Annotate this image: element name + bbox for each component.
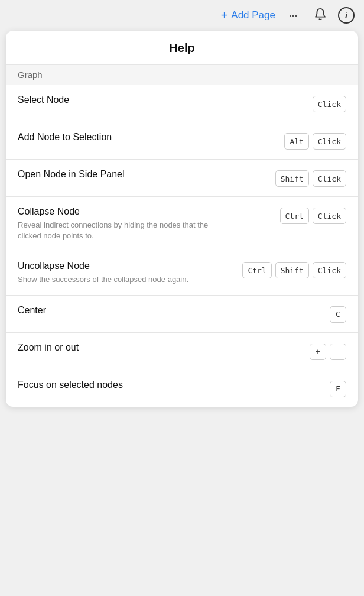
shortcut-label: Open Node in Side Panel bbox=[18, 169, 268, 180]
panel-title: Help bbox=[18, 41, 346, 55]
shortcut-keys: Ctrl Click bbox=[280, 206, 346, 224]
info-button[interactable]: i bbox=[338, 7, 355, 24]
shortcut-label: Center bbox=[18, 305, 323, 316]
top-bar: + Add Page ··· i bbox=[0, 0, 364, 31]
key-click: Click bbox=[313, 208, 346, 224]
panel-header: Help bbox=[6, 31, 358, 65]
bell-button[interactable] bbox=[311, 6, 330, 25]
shortcut-label: Add Node to Selection bbox=[18, 132, 277, 142]
section-header-graph: Graph bbox=[6, 65, 358, 85]
info-icon: i bbox=[345, 11, 347, 20]
shortcut-name: Select Node bbox=[18, 95, 306, 105]
key-c: C bbox=[330, 306, 346, 323]
key-ctrl: Ctrl bbox=[242, 262, 271, 278]
shortcut-label: Select Node bbox=[18, 95, 306, 105]
shortcut-name: Collapse Node bbox=[18, 206, 273, 217]
shortcut-name: Uncollapse Node bbox=[18, 261, 235, 271]
shortcut-row-zoom: Zoom in or out + - bbox=[6, 333, 358, 370]
key-minus: - bbox=[330, 344, 346, 360]
shortcut-keys: + - bbox=[310, 342, 346, 360]
shortcut-keys: F bbox=[330, 380, 346, 397]
shortcut-row-focus: Focus on selected nodes F bbox=[6, 370, 358, 407]
shortcut-name: Add Node to Selection bbox=[18, 132, 277, 142]
shortcut-description: Reveal indirect connections by hiding th… bbox=[18, 220, 219, 241]
key-plus: + bbox=[310, 344, 326, 360]
shortcut-keys: C bbox=[330, 305, 346, 323]
key-shift: Shift bbox=[275, 262, 309, 278]
shortcut-label: Uncollapse Node Show the successors of t… bbox=[18, 261, 235, 285]
shortcut-row-center: Center C bbox=[6, 296, 358, 333]
key-shift: Shift bbox=[275, 170, 309, 187]
key-click: Click bbox=[313, 262, 346, 278]
shortcut-row-select-node: Select Node Click bbox=[6, 85, 358, 122]
shortcut-label: Zoom in or out bbox=[18, 342, 303, 353]
key-f: F bbox=[330, 381, 346, 397]
key-alt: Alt bbox=[284, 133, 308, 150]
shortcut-row-add-node: Add Node to Selection Alt Click bbox=[6, 122, 358, 160]
plus-icon: + bbox=[221, 9, 228, 22]
shortcut-label: Collapse Node Reveal indirect connection… bbox=[18, 206, 273, 241]
add-page-label: Add Page bbox=[231, 9, 275, 21]
key-click: Click bbox=[313, 96, 346, 112]
shortcut-keys: Alt Click bbox=[284, 132, 346, 150]
key-ctrl: Ctrl bbox=[280, 208, 309, 224]
shortcut-description: Show the successors of the collapsed nod… bbox=[18, 274, 219, 285]
shortcut-row-collapse-node: Collapse Node Reveal indirect connection… bbox=[6, 197, 358, 251]
shortcut-name: Zoom in or out bbox=[18, 342, 303, 353]
shortcut-label: Focus on selected nodes bbox=[18, 380, 323, 390]
key-click: Click bbox=[313, 133, 346, 150]
help-panel: Help Graph Select Node Click Add Node to… bbox=[6, 31, 358, 407]
key-click: Click bbox=[313, 170, 346, 187]
shortcut-name: Focus on selected nodes bbox=[18, 380, 323, 390]
shortcut-keys: Click bbox=[313, 95, 346, 112]
bell-icon bbox=[314, 8, 327, 24]
more-options-icon: ··· bbox=[288, 9, 297, 22]
shortcut-row-uncollapse-node: Uncollapse Node Show the successors of t… bbox=[6, 251, 358, 295]
shortcut-name: Open Node in Side Panel bbox=[18, 169, 268, 180]
add-page-button[interactable]: + Add Page bbox=[221, 9, 275, 22]
more-options-button[interactable]: ··· bbox=[284, 6, 303, 25]
shortcut-keys: Shift Click bbox=[275, 169, 346, 187]
shortcut-keys: Ctrl Shift Click bbox=[242, 261, 346, 278]
shortcut-row-open-node: Open Node in Side Panel Shift Click bbox=[6, 160, 358, 197]
shortcut-name: Center bbox=[18, 305, 323, 316]
